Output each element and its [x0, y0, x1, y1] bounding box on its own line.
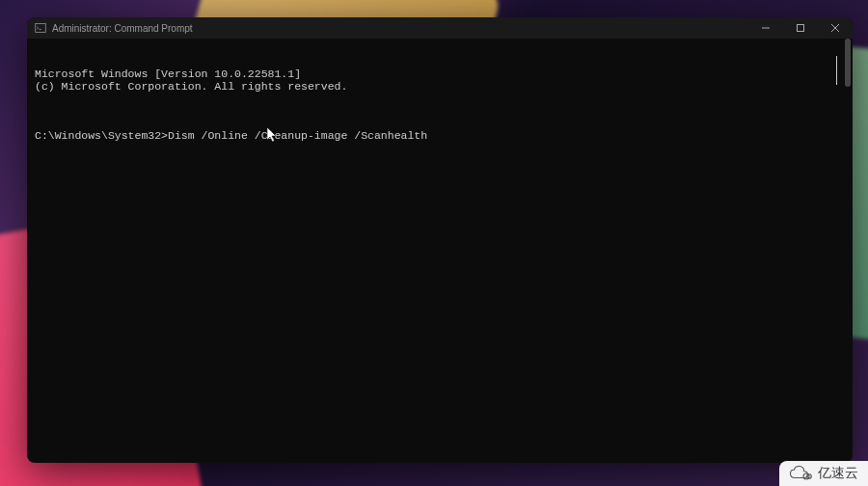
- watermark-badge: 亿速云: [779, 461, 868, 486]
- close-button[interactable]: [818, 17, 853, 39]
- minimize-button[interactable]: [748, 17, 783, 39]
- window-controls: [748, 17, 853, 39]
- terminal-output[interactable]: Microsoft Windows [Version 10.0.22581.1]…: [27, 39, 853, 463]
- svg-rect-0: [36, 24, 46, 33]
- maximize-icon: [796, 23, 805, 33]
- version-line: Microsoft Windows [Version 10.0.22581.1]: [35, 68, 845, 80]
- minimize-icon: [761, 23, 771, 33]
- text-cursor: [836, 56, 837, 85]
- window-titlebar[interactable]: Administrator: Command Prompt: [27, 17, 853, 39]
- watermark-text: 亿速云: [818, 465, 858, 482]
- copyright-line: (c) Microsoft Corporation. All rights re…: [35, 80, 845, 93]
- close-icon: [830, 23, 840, 33]
- scrollbar-thumb[interactable]: [845, 39, 851, 87]
- command-line: C:\Windows\System32>Dism /Online /Cleanu…: [35, 129, 845, 142]
- maximize-button[interactable]: [783, 17, 818, 39]
- svg-rect-3: [798, 25, 804, 32]
- command-prompt-window: Administrator: Command Prompt Microsoft …: [27, 17, 853, 463]
- prompt-path: C:\Windows\System32>: [35, 129, 168, 142]
- window-title: Administrator: Command Prompt: [52, 23, 193, 34]
- cloud-icon: [789, 466, 812, 481]
- cmd-icon: [35, 22, 46, 34]
- typed-command: Dism /Online /Cleanup-image /Scanhealth: [168, 129, 427, 142]
